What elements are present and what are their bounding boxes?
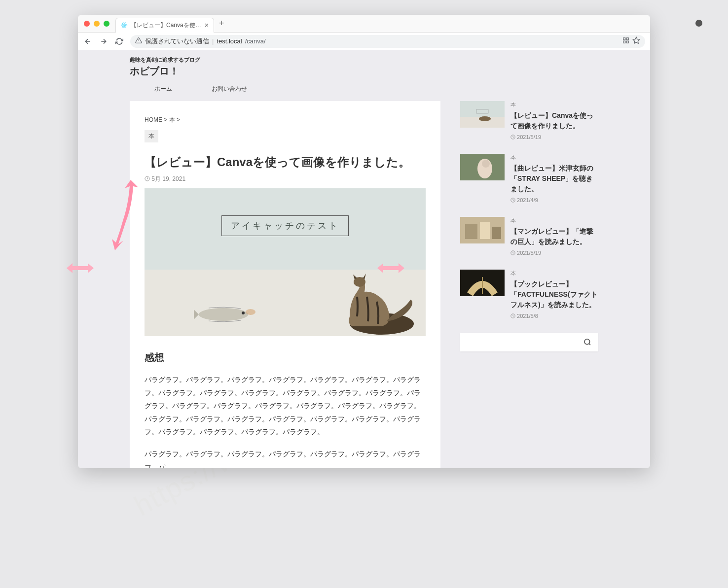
fish-illustration-icon (194, 302, 263, 324)
svg-point-13 (242, 311, 245, 314)
annotation-arrow-rotate (111, 177, 141, 251)
share-icon[interactable] (622, 37, 629, 45)
titlebar: 【レビュー】Canvaを使って画像 × + (78, 15, 650, 33)
tab-close-button[interactable]: × (205, 21, 209, 29)
sidebar-item-date: 2021/5/8 (510, 313, 598, 319)
close-window-button[interactable] (84, 21, 90, 27)
article-date: 5月 19, 2021 (145, 175, 426, 183)
sidebar-item-title: 【曲レビュー】米津玄師の「STRAY SHEEP」を聴きました。 (510, 163, 598, 194)
search-icon (583, 338, 591, 346)
paragraph-1: パラグラフ。パラグラフ。パラグラフ。パラグラフ。パラグラフ。パラグラフ。パラグラ… (145, 373, 426, 439)
reload-button[interactable] (114, 36, 124, 46)
eyecatch-label: アイキャッチのテスト (221, 215, 349, 236)
system-indicator-dot (695, 20, 702, 27)
article-title: 【レビュー】Canvaを使って画像を作りました。 (145, 153, 426, 171)
traffic-lights (84, 21, 109, 27)
sidebar-post-3[interactable]: 本 【ブックレビュー】「FACTFULNESS(ファクトフルネス)」を読みました… (460, 270, 598, 319)
sidebar-item-category: 本 (510, 154, 598, 161)
breadcrumb-home[interactable]: HOME (145, 116, 162, 123)
sidebar-item-title: 【ブックレビュー】「FACTFULNESS(ファクトフルネス)」を読みました。 (510, 279, 598, 310)
sidebar-item-category: 本 (510, 101, 598, 108)
annotation-arrow-left (67, 261, 94, 275)
forward-button[interactable] (99, 36, 109, 46)
svg-rect-24 (480, 222, 490, 239)
svg-rect-25 (492, 227, 501, 239)
breadcrumb: HOME > 本 > (145, 116, 426, 124)
sidebar-item-title: 【レビュー】Canvaを使って画像を作りました。 (510, 110, 598, 131)
address-bar: 保護されていない通信 | test.local/canva/ (78, 33, 650, 50)
site-title[interactable]: ホビブロ！ (130, 65, 598, 78)
address-path: /canva/ (245, 37, 266, 45)
omnibox[interactable]: 保護されていない通信 | test.local/canva/ (130, 35, 645, 48)
paragraph-2: パラグラフ。パラグラフ。パラグラフ。パラグラフ。パラグラフ。パラグラフ。パラグラ… (145, 448, 426, 468)
annotation-arrow-right (377, 261, 404, 275)
sidebar: 本 【レビュー】Canvaを使って画像を作りました。 2021/5/19 本 【… (460, 101, 598, 468)
category-tag[interactable]: 本 (145, 130, 158, 142)
security-warning-label: 保護されていない通信 (145, 37, 209, 46)
svg-rect-6 (626, 41, 628, 43)
breadcrumb-category[interactable]: 本 (169, 116, 175, 123)
security-warning-icon (135, 37, 142, 45)
viewport: 趣味を真剣に追求するブログ ホビブロ！ ホーム お問い合わせ HOME > 本 … (78, 50, 650, 468)
browser-tab[interactable]: 【レビュー】Canvaを使って画像 × (115, 18, 214, 33)
svg-point-12 (199, 308, 248, 321)
sidebar-thumb (460, 101, 505, 128)
browser-window: 【レビュー】Canvaを使って画像 × + 保護されていない通信 (78, 15, 650, 468)
svg-rect-4 (623, 38, 625, 40)
svg-marker-8 (633, 37, 639, 43)
nav-contact[interactable]: お問い合わせ (212, 85, 247, 93)
svg-point-29 (584, 339, 590, 345)
sidebar-item-category: 本 (510, 217, 598, 224)
new-tab-button[interactable]: + (219, 18, 224, 29)
sidebar-item-category: 本 (510, 270, 598, 277)
sidebar-post-1[interactable]: 本 【曲レビュー】米津玄師の「STRAY SHEEP」を聴きました。 2021/… (460, 154, 598, 203)
svg-point-16 (479, 116, 491, 121)
svg-point-14 (246, 309, 255, 315)
back-button[interactable] (83, 36, 93, 46)
article-main: HOME > 本 > 本 【レビュー】Canvaを使って画像を作りました。 5月… (130, 101, 440, 468)
sidebar-post-0[interactable]: 本 【レビュー】Canvaを使って画像を作りました。 2021/5/19 (460, 101, 598, 140)
address-host: test.local (217, 37, 242, 45)
minimize-window-button[interactable] (94, 21, 100, 27)
sidebar-thumb (460, 270, 505, 296)
site-tagline: 趣味を真剣に追求するブログ (130, 56, 598, 64)
svg-rect-7 (623, 41, 625, 43)
sidebar-item-date: 2021/5/19 (510, 134, 598, 140)
bookmark-star-icon[interactable] (632, 36, 640, 46)
sidebar-search[interactable] (460, 333, 598, 351)
svg-rect-23 (465, 224, 477, 239)
maximize-window-button[interactable] (104, 21, 109, 27)
sidebar-thumb (460, 217, 505, 243)
section-heading: 感想 (145, 351, 426, 364)
sidebar-item-date: 2021/4/9 (510, 197, 598, 203)
react-favicon-icon (121, 22, 128, 29)
svg-rect-15 (476, 109, 488, 113)
site-nav: ホーム お問い合わせ (130, 85, 598, 93)
svg-point-20 (482, 160, 490, 168)
site-header: 趣味を真剣に追求するブログ ホビブロ！ ホーム お問い合わせ (130, 50, 598, 93)
nav-home[interactable]: ホーム (154, 85, 172, 93)
sidebar-post-2[interactable]: 本 【マンガレビュー】「進撃の巨人」を読みました。 2021/5/19 (460, 217, 598, 256)
svg-point-0 (124, 25, 125, 26)
tab-title: 【レビュー】Canvaを使って画像 (131, 21, 202, 30)
sidebar-item-date: 2021/5/19 (510, 250, 598, 256)
svg-rect-5 (626, 38, 628, 40)
sidebar-thumb (460, 154, 505, 180)
sidebar-item-title: 【マンガレビュー】「進撃の巨人」を読みました。 (510, 226, 598, 247)
